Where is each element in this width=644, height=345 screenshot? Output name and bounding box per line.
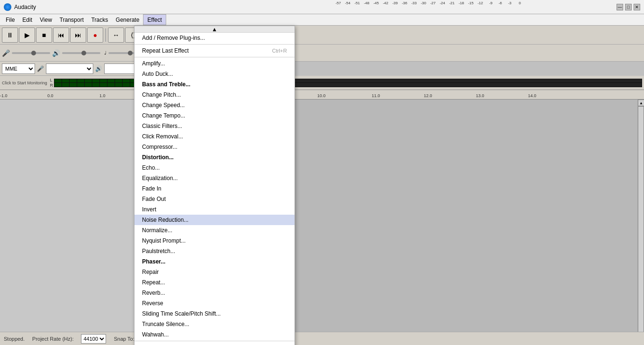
effect-menu-reverse[interactable]: Reverse <box>134 298 295 309</box>
effect-menu-repair[interactable]: Repair <box>134 267 295 277</box>
vu-cell <box>115 79 123 83</box>
ruler-tick-1: 1.0 <box>99 93 106 98</box>
vu-cell <box>107 83 115 87</box>
effect-menu-fade-in[interactable]: Fade In <box>134 183 295 194</box>
effect-dropdown-menu: ▲ Add / Remove Plug-ins... Repeat Last E… <box>134 26 295 345</box>
window-controls: — □ ✕ <box>617 4 640 10</box>
menu-file[interactable]: File <box>2 14 18 25</box>
forward-button[interactable]: ⏭ <box>70 27 86 43</box>
ruler-tick-13: 13.0 <box>476 93 484 98</box>
vu-cell <box>100 79 107 83</box>
input-device-select[interactable] <box>46 64 93 74</box>
ruler-tick-neg1: -1.0 <box>0 93 8 98</box>
effect-menu-change-tempo[interactable]: Change Tempo... <box>134 110 295 121</box>
close-button[interactable]: ✕ <box>634 4 640 10</box>
device-toolbar: MME 🎤 🔊 <box>0 62 156 76</box>
vu-cell <box>115 83 123 87</box>
effect-menu-classic-filters[interactable]: Classic Filters... <box>134 121 295 131</box>
input-level-slider[interactable] <box>12 52 50 54</box>
effect-menu-compressor[interactable]: Compressor... <box>134 142 295 152</box>
vscroll-up-button[interactable]: ▲ <box>638 100 644 106</box>
speaker-icon: 🔊 <box>95 65 102 72</box>
project-rate-select[interactable]: 44100 <box>81 334 106 344</box>
effect-menu-reverb[interactable]: Reverb... <box>134 288 295 298</box>
snap-to-label: Snap To: <box>114 336 134 342</box>
effect-menu-sep3 <box>134 341 295 341</box>
selection-tool[interactable]: ↔ <box>108 27 124 43</box>
effect-menu-repeat-last[interactable]: Repeat Last Effect Ctrl+R <box>134 45 295 56</box>
vu-cell <box>123 79 130 83</box>
vu-cell <box>107 79 115 83</box>
effect-menu-click-removal[interactable]: Click Removal... <box>134 131 295 142</box>
input-level-icon: 🎤 <box>2 49 10 57</box>
vu-cell <box>123 83 130 87</box>
effect-menu-noise-reduction[interactable]: Noise Reduction... <box>134 215 295 225</box>
output-level-icon: 🔊 <box>52 49 60 57</box>
menu-edit[interactable]: Edit <box>18 14 36 25</box>
back-button[interactable]: ⏮ <box>53 27 69 43</box>
menu-transport[interactable]: Transport <box>56 14 88 25</box>
statusbar: Stopped. Project Rate (Hz): 44100 Snap T… <box>0 332 644 345</box>
effect-menu-nyquist-prompt[interactable]: Nyquist Prompt... <box>134 236 295 246</box>
effect-menu-sep2 <box>134 57 295 57</box>
stop-button[interactable]: ■ <box>36 27 52 43</box>
ruler-tick-14: 14.0 <box>528 93 537 98</box>
dropdown-scroll-up[interactable]: ▲ <box>134 26 295 33</box>
effect-menu-phaser[interactable]: Phaser... <box>134 256 295 267</box>
vu-cell <box>92 79 100 83</box>
effect-menu-add-remove[interactable]: Add / Remove Plug-ins... <box>134 33 295 43</box>
shortcut-repeat: Ctrl+R <box>272 48 287 54</box>
vu-cell <box>54 79 62 83</box>
mic-icon: 🎤 <box>37 65 44 72</box>
menu-generate[interactable]: Generate <box>112 14 143 25</box>
levels-toolbar: 🎤 🔊 ♩ ▶ <box>0 45 644 62</box>
menubar: File Edit View Transport Tracks Generate… <box>0 14 644 26</box>
effect-menu-sliding-time-scale[interactable]: Sliding Time Scale/Pitch Shift... <box>134 309 295 319</box>
effect-menu-truncate-silence[interactable]: Truncate Silence... <box>134 319 295 329</box>
record-button[interactable]: ● <box>87 27 103 43</box>
ruler-left-spacer: -1.0 0.0 1.0 2.0 <box>0 90 156 100</box>
vertical-scrollbar[interactable]: ▲ ▼ <box>637 100 644 339</box>
play-button[interactable]: ▶ <box>19 27 35 43</box>
effect-menu-paulstretch[interactable]: Paulstretch... <box>134 246 295 256</box>
host-select[interactable]: MME <box>2 64 35 74</box>
title-text: Audacity <box>14 4 617 10</box>
content-area: ▲ ▼ <box>0 100 644 339</box>
effect-menu-amplify[interactable]: Amplify... <box>134 58 295 69</box>
menu-view[interactable]: View <box>36 14 56 25</box>
vu-cell <box>77 79 85 83</box>
effect-menu-invert[interactable]: Invert <box>134 204 295 215</box>
monitoring-label: Click to Start Monitoring <box>2 81 47 85</box>
effect-menu-equalization[interactable]: Equalization... <box>134 173 295 183</box>
vu-cell <box>100 83 107 87</box>
effect-menu-fade-out[interactable]: Fade Out <box>134 194 295 204</box>
effect-menu-bass-treble[interactable]: Bass and Treble... <box>134 79 295 90</box>
ruler-tick-0: 0.0 <box>47 93 54 98</box>
app-icon <box>4 3 11 11</box>
ruler-tick-11: 11.0 <box>372 93 380 98</box>
effect-menu-wahwah[interactable]: Wahwah... <box>134 329 295 340</box>
track-controls-panel <box>0 100 156 339</box>
vu-cell <box>62 83 70 87</box>
maximize-button[interactable]: □ <box>625 4 632 10</box>
effect-menu-repeat[interactable]: Repeat... <box>134 277 295 288</box>
pause-button[interactable]: ⏸ <box>2 27 18 43</box>
effect-menu-4x4-pole[interactable]: 4 x 4 pole allpass... <box>134 342 295 345</box>
project-rate-label: Project Rate (Hz): <box>32 336 73 342</box>
effect-menu-normalize[interactable]: Normalize... <box>134 225 295 236</box>
effect-menu-distortion[interactable]: Distortion... <box>134 152 295 163</box>
output-level-slider[interactable] <box>62 52 100 54</box>
vu-cell <box>70 79 77 83</box>
menu-effect[interactable]: Effect <box>143 14 166 25</box>
main-content: ▲ ▼ <box>0 100 644 339</box>
vu-cell <box>70 83 77 87</box>
effect-menu-change-pitch[interactable]: Change Pitch... <box>134 90 295 100</box>
vu-cell <box>62 79 70 83</box>
effect-menu-auto-duck[interactable]: Auto Duck... <box>134 69 295 79</box>
vscroll-track[interactable] <box>638 106 644 333</box>
effect-menu-echo[interactable]: Echo... <box>134 163 295 173</box>
titlebar: Audacity — □ ✕ <box>0 0 644 14</box>
minimize-button[interactable]: — <box>617 4 623 10</box>
menu-tracks[interactable]: Tracks <box>88 14 112 25</box>
effect-menu-change-speed[interactable]: Change Speed... <box>134 100 295 110</box>
